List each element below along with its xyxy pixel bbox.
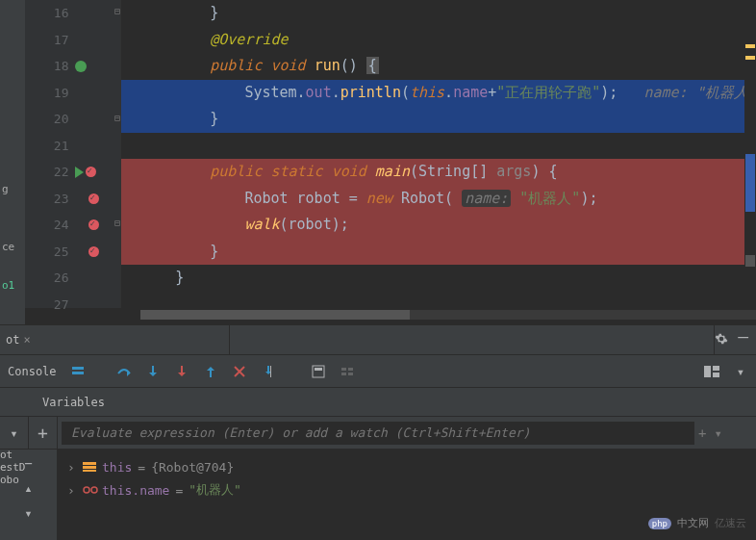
frame-label[interactable]: obo [0, 474, 26, 486]
minimize-icon[interactable]: — [738, 332, 748, 348]
evaluate-icon[interactable] [311, 364, 326, 379]
remove-icon[interactable]: − [24, 455, 32, 471]
scroll-marker[interactable] [745, 255, 755, 267]
svg-rect-5 [341, 368, 346, 371]
var-value: {Robot@704} [151, 460, 234, 475]
variable-row[interactable]: › this.name = "机器人" [67, 478, 746, 501]
field: name [453, 84, 488, 101]
drop-frame-icon[interactable] [232, 364, 247, 379]
close-icon[interactable]: × [23, 333, 30, 347]
svg-rect-4 [315, 368, 322, 371]
svg-rect-11 [713, 373, 719, 377]
override-icon[interactable] [75, 61, 87, 72]
line-number: 19 [25, 86, 75, 100]
threads-icon[interactable] [70, 364, 86, 379]
php-logo: php [648, 518, 671, 529]
keyword: public [210, 163, 262, 180]
svg-rect-7 [341, 373, 346, 375]
scroll-marker-sel[interactable] [745, 154, 755, 212]
svg-rect-3 [313, 366, 324, 377]
frame-label[interactable]: estD [0, 461, 26, 474]
chevron-down-icon[interactable]: ▾ [0, 417, 29, 449]
svg-rect-12 [83, 462, 96, 465]
editor-scroll-gutter[interactable] [744, 0, 756, 308]
code-editor[interactable]: 16⊟ 17 18⊟ 19 20⊟ 21 22⊟ 23 24 25⊟ 26 27… [25, 0, 756, 324]
keyword: void [332, 163, 366, 180]
add-icon[interactable]: + [29, 417, 58, 449]
method-call: walk [244, 216, 279, 233]
tool-window-strip[interactable]: g ce o1 [0, 0, 25, 324]
code-area[interactable]: } @Override public void run() { System.o… [121, 0, 744, 318]
expand-icon[interactable]: › [67, 460, 77, 475]
line-number: 26 [25, 270, 75, 285]
string-literal: "机器人" [519, 190, 580, 207]
keyword: new [366, 190, 392, 207]
editor-tab-bar: ot × — [0, 324, 756, 355]
line-number: 22 [25, 165, 75, 179]
line-number: 21 [25, 139, 75, 153]
step-into-icon[interactable] [145, 364, 161, 379]
brace: } [175, 269, 184, 286]
breadcrumb[interactable] [229, 325, 715, 354]
watermark-text: 亿速云 [715, 516, 746, 530]
watch-row: ▾ + + ▾ [0, 417, 756, 450]
horizontal-scrollbar[interactable] [140, 310, 756, 320]
keyword: static [270, 163, 322, 180]
force-step-into-icon[interactable] [203, 364, 218, 379]
breakpoint-icon[interactable] [88, 246, 99, 257]
layout-icon[interactable] [704, 364, 719, 379]
line-number: 17 [25, 33, 75, 47]
keyword: void [270, 57, 305, 74]
object-icon [83, 462, 96, 472]
step-over-icon[interactable] [116, 364, 132, 379]
scroll-marker-warn[interactable] [745, 56, 755, 60]
svg-rect-9 [704, 366, 711, 377]
chevron-down-icon[interactable]: ▾ [733, 364, 748, 379]
scroll-marker-warn[interactable] [745, 44, 755, 48]
tab-label: ot [6, 333, 19, 347]
variable-row[interactable]: › this = {Robot@704} [67, 455, 746, 478]
svg-rect-10 [713, 366, 719, 371]
scrollbar-thumb[interactable] [140, 310, 410, 320]
svg-rect-1 [72, 372, 84, 374]
line-number: 27 [25, 297, 75, 312]
svg-rect-13 [83, 466, 96, 469]
param: args [496, 163, 531, 180]
var-name: this.name [102, 483, 169, 498]
variables-title: Variables [42, 396, 105, 409]
breakpoint-icon[interactable] [88, 193, 99, 204]
add-watch-icon[interactable]: + [698, 425, 706, 441]
step-out-icon[interactable] [174, 364, 189, 379]
type: String [418, 163, 470, 180]
gear-icon[interactable] [715, 332, 728, 348]
strip-text: ce [2, 241, 14, 253]
fold-icon[interactable]: ⊟ [114, 323, 126, 324]
breakpoint-icon[interactable] [88, 219, 99, 230]
watch-input[interactable] [62, 422, 694, 445]
down-icon[interactable]: ▾ [24, 505, 32, 521]
trace-icon[interactable] [340, 364, 355, 379]
run-icon[interactable] [75, 167, 84, 178]
brace: { [366, 57, 379, 74]
breakpoint-icon[interactable] [86, 167, 96, 177]
frame-label[interactable]: ot [0, 449, 26, 461]
line-number: 23 [25, 192, 75, 206]
up-icon[interactable]: ▴ [24, 480, 32, 496]
variables-panel: − ▴ ▾ ot estD obo › this = {Robot@704} ›… [0, 450, 756, 540]
run-to-cursor-icon[interactable] [261, 364, 276, 379]
line-number: 25 [25, 244, 75, 259]
this-keyword: this [410, 84, 444, 101]
file-tab[interactable]: ot × [0, 333, 37, 347]
inline-hint-val: "机器人 [696, 84, 748, 101]
svg-point-15 [84, 487, 89, 493]
line-number: 18 [25, 59, 75, 73]
expand-icon[interactable]: › [67, 483, 77, 498]
console-tab[interactable]: Console [8, 365, 57, 378]
chevron-down-icon[interactable]: ▾ [714, 425, 721, 441]
svg-rect-2 [270, 366, 271, 377]
editor-gutter[interactable]: 16⊟ 17 18⊟ 19 20⊟ 21 22⊟ 23 24 25⊟ 26 27 [25, 0, 121, 308]
keyword: public [210, 57, 262, 74]
variable: robot [297, 190, 340, 207]
variables-header: Variables [0, 388, 756, 417]
var-sep: = [175, 483, 183, 498]
